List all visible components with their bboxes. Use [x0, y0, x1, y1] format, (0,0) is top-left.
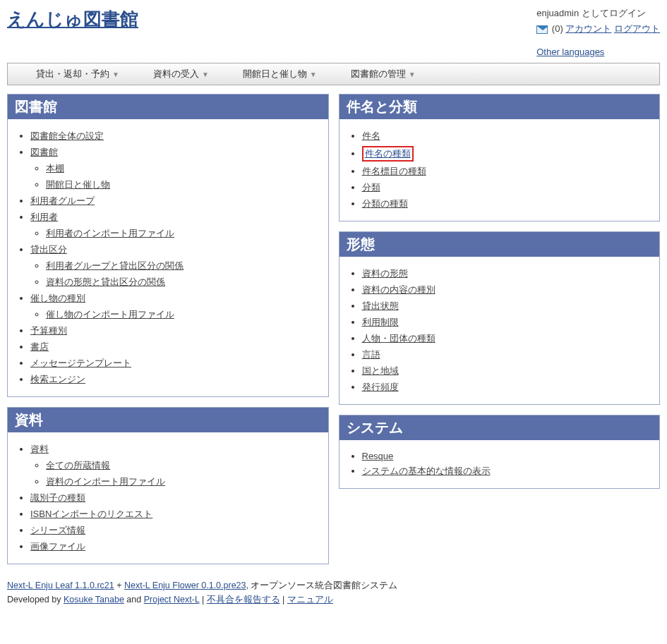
- config-link[interactable]: 催し物のインポート用ファイル: [46, 309, 174, 320]
- config-link[interactable]: 資料: [30, 444, 49, 454]
- menu-checkout[interactable]: 貸出・返却・予約▼: [36, 68, 119, 80]
- footer-developer-link[interactable]: Kosuke Tanabe: [64, 595, 124, 604]
- list-item: システムの基本的な情報の表示: [362, 465, 653, 478]
- list-item: ISBNインポートのリクエスト: [30, 508, 321, 521]
- list-item: 利用者グループ: [30, 195, 321, 207]
- config-link[interactable]: 催し物の種別: [30, 293, 85, 303]
- config-link[interactable]: Resque: [362, 451, 394, 461]
- config-link[interactable]: システムの基本的な情報の表示: [362, 466, 491, 476]
- config-link[interactable]: 書店: [30, 341, 49, 352]
- list-item: 図書館全体の設定: [30, 130, 321, 142]
- config-link[interactable]: メッセージテンプレート: [30, 358, 131, 368]
- list-item: 貸出状態: [362, 300, 653, 312]
- list-item: 資料の形態と貸出区分の関係: [46, 276, 321, 288]
- config-link[interactable]: 発行頻度: [362, 382, 399, 392]
- list-item: 分類: [362, 181, 653, 194]
- other-languages-link[interactable]: Other languages: [536, 47, 604, 57]
- config-link[interactable]: 識別子の種類: [30, 492, 85, 503]
- menu-events[interactable]: 開館日と催し物▼: [243, 68, 317, 80]
- config-link[interactable]: 利用者のインポート用ファイル: [46, 228, 174, 238]
- config-link[interactable]: 貸出状態: [362, 300, 399, 311]
- highlighted-link: 件名の種類: [362, 146, 414, 162]
- panel: 資料資料全ての所蔵情報資料のインポート用ファイル識別子の種類ISBNインポートの…: [7, 407, 329, 564]
- footer-report-link[interactable]: 不具合を報告する: [207, 595, 280, 604]
- config-link[interactable]: 資料の形態: [362, 268, 408, 279]
- list-item: 資料の内容の種別: [362, 284, 653, 296]
- config-link[interactable]: 図書館全体の設定: [30, 130, 104, 141]
- footer: Next-L Enju Leaf 1.1.0.rc21 + Next-L Enj…: [7, 578, 660, 607]
- list-item: 利用者のインポート用ファイル: [46, 227, 321, 240]
- config-link[interactable]: 画像ファイル: [30, 541, 85, 552]
- user-info-box: enjuadmin としてログイン (0) アカウント ログアウト Other …: [536, 7, 660, 57]
- panel-heading: 件名と分類: [339, 95, 660, 119]
- config-link[interactable]: 件名: [362, 130, 380, 141]
- footer-flower-link[interactable]: Next-L Enju Flower 0.1.0.pre23: [124, 581, 246, 590]
- list-item: 利用者利用者のインポート用ファイル: [30, 211, 321, 240]
- list-item: 分類の種類: [362, 198, 653, 210]
- list-item: 全ての所蔵情報: [46, 459, 321, 472]
- config-link[interactable]: 利用者グループと貸出区分の関係: [46, 260, 184, 271]
- config-link[interactable]: 人物・団体の種類: [362, 333, 435, 344]
- config-link[interactable]: 予算種別: [30, 325, 67, 336]
- list-item: メッセージテンプレート: [30, 357, 321, 370]
- panel-heading: 資料: [8, 408, 328, 432]
- list-item: Resque: [362, 451, 653, 461]
- list-item: 図書館本棚開館日と催し物: [30, 146, 321, 191]
- config-link[interactable]: 分類: [362, 182, 380, 193]
- config-link[interactable]: ISBNインポートのリクエスト: [30, 509, 152, 519]
- mail-icon[interactable]: [536, 25, 548, 34]
- config-link[interactable]: 資料の形態と貸出区分の関係: [46, 277, 165, 287]
- config-link[interactable]: 図書館: [30, 147, 58, 157]
- list-item: 国と地域: [362, 365, 653, 377]
- panel-heading: システム: [339, 415, 660, 440]
- list-item: 件名標目の種類: [362, 165, 653, 178]
- chevron-down-icon: ▼: [409, 71, 416, 78]
- config-link[interactable]: 利用者グループ: [30, 195, 95, 206]
- list-item: 言語: [362, 348, 653, 361]
- config-link[interactable]: 件名の種類: [365, 148, 411, 159]
- config-link[interactable]: 本棚: [46, 163, 64, 174]
- chevron-down-icon: ▼: [112, 71, 119, 78]
- menu-acquisition[interactable]: 資料の受入▼: [153, 68, 209, 80]
- site-title[interactable]: えんじゅ図書館: [7, 8, 138, 30]
- list-item: 利用制限: [362, 316, 653, 329]
- list-item: 画像ファイル: [30, 540, 321, 553]
- config-link[interactable]: 開館日と催し物: [46, 179, 110, 190]
- list-item: 資料全ての所蔵情報資料のインポート用ファイル: [30, 443, 321, 488]
- chevron-down-icon: ▼: [202, 71, 209, 78]
- list-item: 開館日と催し物: [46, 178, 321, 191]
- config-link[interactable]: 分類の種類: [362, 198, 408, 209]
- list-item: 資料のインポート用ファイル: [46, 475, 321, 488]
- config-link[interactable]: 資料のインポート用ファイル: [46, 476, 165, 487]
- menu-admin[interactable]: 図書館の管理▼: [351, 68, 416, 80]
- config-link[interactable]: 利用者: [30, 212, 58, 222]
- config-link[interactable]: 言語: [362, 349, 380, 360]
- config-link[interactable]: 資料の内容の種別: [362, 284, 435, 295]
- config-link[interactable]: 貸出区分: [30, 244, 67, 255]
- list-item: シリーズ情報: [30, 524, 321, 537]
- panel: システムResqueシステムの基本的な情報の表示: [339, 415, 661, 489]
- config-link[interactable]: 国と地域: [362, 365, 399, 376]
- list-item: 貸出区分利用者グループと貸出区分の関係資料の形態と貸出区分の関係: [30, 243, 321, 288]
- footer-leaf-link[interactable]: Next-L Enju Leaf 1.1.0.rc21: [7, 581, 114, 590]
- footer-project-link[interactable]: Project Next-L: [144, 595, 200, 604]
- config-link[interactable]: シリーズ情報: [30, 525, 85, 535]
- config-link[interactable]: 全ての所蔵情報: [46, 460, 110, 470]
- list-item: 発行頻度: [362, 381, 653, 394]
- config-link[interactable]: 検索エンジン: [30, 374, 85, 384]
- list-item: 資料の形態: [362, 267, 653, 280]
- list-item: 催し物の種別催し物のインポート用ファイル: [30, 292, 321, 321]
- list-item: 識別子の種類: [30, 492, 321, 504]
- list-item: 利用者グループと貸出区分の関係: [46, 260, 321, 272]
- list-item: 予算種別: [30, 324, 321, 337]
- config-link[interactable]: 利用制限: [362, 317, 399, 327]
- footer-manual-link[interactable]: マニュアル: [287, 595, 333, 604]
- config-link[interactable]: 件名標目の種類: [362, 166, 426, 176]
- panel: 件名と分類件名件名の種類件名標目の種類分類分類の種類: [339, 94, 661, 221]
- logout-link[interactable]: ログアウト: [614, 23, 660, 34]
- list-item: 検索エンジン: [30, 373, 321, 386]
- account-link[interactable]: アカウント: [565, 23, 611, 34]
- list-item: 人物・団体の種類: [362, 332, 653, 345]
- panel-heading: 図書館: [8, 95, 328, 119]
- chevron-down-icon: ▼: [310, 71, 317, 78]
